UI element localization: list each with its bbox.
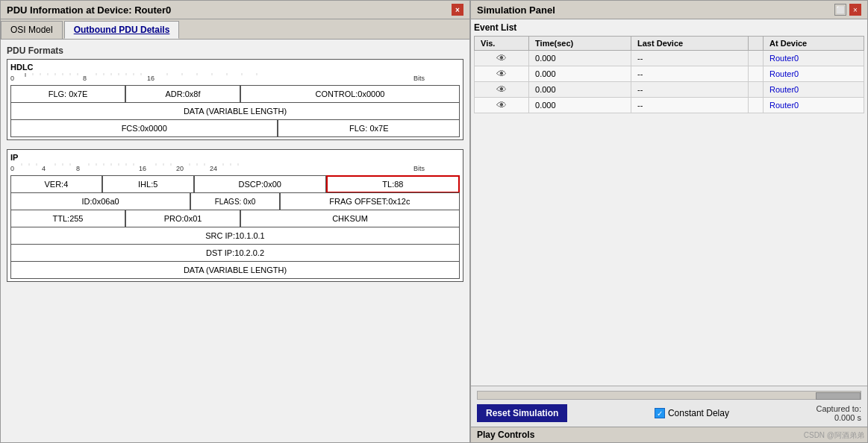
hdlc-label: HDLC (10, 63, 460, 72)
pdu-formats-title: PDU Formats (7, 45, 463, 56)
ip-flags: FLAGS: 0x0 (190, 192, 280, 210)
ip-dscp: DSCP:0x00 (194, 175, 326, 193)
ip-row-1: VER:4 IHL:5 DSCP:0x00 TL:88 (10, 175, 460, 193)
sim-scrollbar[interactable] (477, 391, 861, 400)
ip-id: ID:0x06a0 (10, 192, 190, 210)
hdlc-flg1: FLG: 0x7E (10, 85, 125, 103)
event-row: 👁0.000--Router0 (475, 98, 864, 113)
tab-outbound-pdu[interactable]: Outbound PDU Details (64, 21, 180, 39)
hdlc-container: HDLC 0 8 (7, 59, 463, 140)
event-row: 👁0.000--Router0 (475, 51, 864, 66)
constant-delay-checkbox[interactable] (655, 408, 665, 418)
svg-text:16: 16 (147, 75, 154, 82)
hdlc-flg2: FLG: 0x7E (278, 119, 460, 137)
reset-simulation-button[interactable]: Reset Simulation (477, 404, 567, 422)
sim-bottom: Reset Simulation Constant Delay Captured… (471, 386, 867, 427)
event-last-device: -- (631, 82, 749, 98)
ip-row-3: TTL:255 PRO:0x01 CHKSUM (10, 210, 460, 227)
event-at-device-link[interactable]: Router0 (769, 69, 799, 78)
svg-text:20: 20 (176, 165, 184, 172)
event-at-device[interactable]: Router0 (764, 98, 864, 113)
pdu-close-button[interactable]: × (452, 4, 463, 16)
hdlc-fcs: FCS:0x0000 (10, 119, 278, 137)
hdlc-data: DATA (VARIABLE LENGTH) (10, 102, 460, 120)
eye-icon[interactable]: 👁 (496, 52, 507, 64)
ip-ihl: IHL:5 (102, 175, 194, 193)
event-table-header: Vis. Time(sec) Last Device At Device (475, 37, 864, 51)
hdlc-control: CONTROL:0x0000 (240, 85, 460, 103)
ip-pro: PRO:0x01 (125, 210, 240, 227)
event-at-device-link[interactable]: Router0 (769, 85, 799, 94)
pdu-title-bar: PDU Information at Device: Router0 × (1, 1, 469, 19)
event-time: 0.000 (529, 51, 631, 66)
svg-text:8: 8 (76, 165, 80, 172)
col-time: Time(sec) (529, 37, 631, 51)
svg-text:8: 8 (83, 75, 87, 82)
sim-close-button[interactable]: × (849, 4, 861, 16)
eye-icon[interactable]: 👁 (496, 84, 507, 95)
ip-container: IP 0 4 8 (7, 149, 463, 282)
ip-data: DATA (VARIABLE LENGTH) (10, 261, 460, 279)
event-vis-icon[interactable]: 👁 (475, 51, 529, 66)
svg-text:Bits: Bits (413, 75, 425, 82)
ip-row-2: ID:0x06a0 FLAGS: 0x0 FRAG OFFSET:0x12c (10, 192, 460, 210)
event-sep (749, 98, 764, 113)
event-at-device-link[interactable]: Router0 (769, 54, 799, 63)
event-last-device: -- (631, 98, 749, 113)
event-time: 0.000 (529, 66, 631, 82)
event-vis-icon[interactable]: 👁 (475, 66, 529, 82)
pdu-title: PDU Information at Device: Router0 (7, 4, 171, 16)
event-sep (749, 82, 764, 98)
event-at-device[interactable]: Router0 (764, 66, 864, 82)
eye-icon[interactable]: 👁 (496, 68, 507, 80)
constant-delay-label: Constant Delay (668, 408, 729, 418)
sim-maximize-button[interactable]: ⬜ (834, 4, 846, 16)
event-at-device[interactable]: Router0 (764, 82, 864, 98)
hdlc-row-3: FCS:0x0000 FLG: 0x7E (10, 119, 460, 137)
pdu-panel: PDU Information at Device: Router0 × OSI… (0, 0, 470, 443)
col-at-device: At Device (764, 37, 864, 51)
event-table-body: 👁0.000--Router0👁0.000--Router0👁0.000--Ro… (475, 51, 864, 113)
sim-panel: Simulation Panel ⬜ × Event List Vis. Tim… (470, 0, 868, 443)
col-vis: Vis. (475, 37, 529, 51)
sim-title-icons: ⬜ × (834, 4, 861, 16)
ip-ruler-svg: 0 4 8 16 (10, 163, 460, 174)
event-last-device: -- (631, 51, 749, 66)
sim-title: Simulation Panel (477, 4, 555, 16)
event-table: Vis. Time(sec) Last Device At Device 👁0.… (474, 36, 864, 113)
event-at-device-link[interactable]: Router0 (769, 101, 799, 110)
ip-ver: VER:4 (10, 175, 102, 193)
event-sep (749, 51, 764, 66)
sim-scrollbar-thumb[interactable] (816, 392, 861, 400)
sim-controls: Reset Simulation Constant Delay Captured… (477, 404, 861, 422)
col-last-device: Last Device (631, 37, 749, 51)
event-vis-icon[interactable]: 👁 (475, 82, 529, 98)
event-time: 0.000 (529, 82, 631, 98)
ip-frag-offset: FRAG OFFSET:0x12c (280, 192, 460, 210)
svg-text:24: 24 (210, 165, 217, 172)
eye-icon[interactable]: 👁 (496, 99, 507, 111)
event-at-device[interactable]: Router0 (764, 51, 864, 66)
ip-src: SRC IP:10.1.0.1 (10, 227, 460, 245)
tab-osi-model[interactable]: OSI Model (1, 21, 63, 39)
event-row: 👁0.000--Router0 (475, 66, 864, 82)
event-list-section: Event List Vis. Time(sec) Last Device At… (471, 19, 867, 386)
hdlc-row-1: FLG: 0x7E ADR:0x8f CONTROL:0x0000 (10, 85, 460, 103)
event-vis-icon[interactable]: 👁 (475, 98, 529, 113)
svg-text:0: 0 (10, 165, 14, 172)
captured-to-label: Captured to: (816, 404, 861, 413)
ip-ruler: 0 4 8 16 (10, 163, 460, 174)
csdn-watermark: CSDN @阿酒弟弟 (804, 430, 864, 441)
svg-text:4: 4 (42, 165, 46, 172)
ip-dst: DST IP:10.2.0.2 (10, 244, 460, 262)
ip-chksum: CHKSUM (240, 210, 460, 227)
event-list-title: Event List (474, 22, 864, 33)
event-row: 👁0.000--Router0 (475, 82, 864, 98)
constant-delay-area: Constant Delay (655, 408, 729, 418)
captured-info: Captured to: 0.000 s (816, 404, 861, 422)
hdlc-ruler: 0 8 (10, 73, 460, 84)
svg-text:0: 0 (10, 75, 14, 82)
event-sep (749, 66, 764, 82)
ip-tl: TL:88 (326, 175, 460, 193)
ip-label: IP (10, 153, 460, 162)
